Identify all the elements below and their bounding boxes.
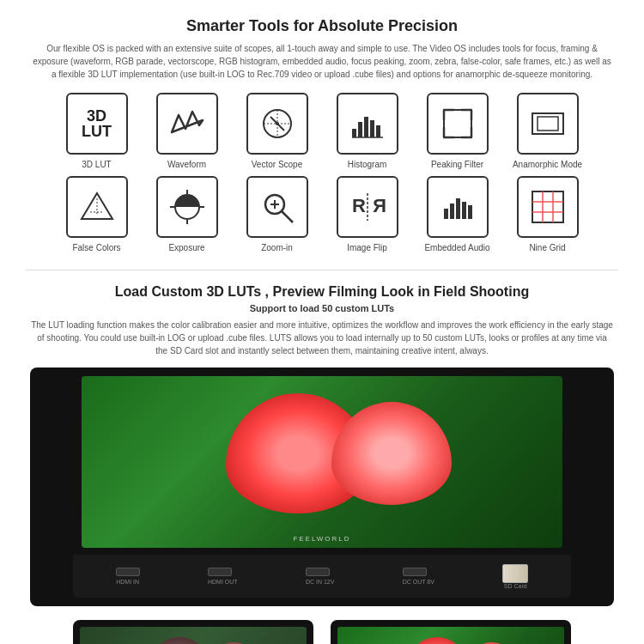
icon-box-falsecolors xyxy=(66,176,128,238)
peaking-icon xyxy=(439,105,477,143)
brand-watermark: FEELWORLD xyxy=(293,535,350,543)
svg-rect-9 xyxy=(370,120,374,137)
vectorscope-icon xyxy=(258,105,296,143)
icon-item-zoomin: Zoom-in xyxy=(236,176,318,252)
icon-label-histogram: Histogram xyxy=(348,160,387,169)
icons-row2: False Colors Exposure xyxy=(26,176,618,252)
exposure-icon xyxy=(168,188,206,226)
dc-in-port xyxy=(306,568,330,576)
icon-label-3dlut: 3D LUT xyxy=(82,160,111,169)
svg-rect-8 xyxy=(364,117,368,137)
hdmi-in-port xyxy=(116,568,140,576)
icon-item-exposure: Exposure xyxy=(146,176,228,252)
waveform-icon xyxy=(168,105,206,143)
svg-rect-12 xyxy=(444,110,471,137)
embeddedaudio-icon xyxy=(439,188,477,226)
imageflip-icon: R R xyxy=(349,188,386,226)
icon-item-vectorscope: Vector Scope xyxy=(236,93,318,169)
histogram-icon xyxy=(349,105,386,143)
icon-item-anamorphic: Anamorphic Mode xyxy=(507,93,588,169)
falsecolors-icon xyxy=(78,188,116,226)
section2-subtitle: Support to load 50 custom LUTs xyxy=(26,303,618,313)
icon-box-3dlut: 3DLUT xyxy=(66,93,128,155)
page-wrapper: Smarter Tools for Absolute Precision Our… xyxy=(0,0,644,644)
icons-row1: 3DLUT 3D LUT Waveform xyxy=(26,93,618,169)
icon-item-peaking: Peaking Filter xyxy=(416,93,498,169)
icon-item-histogram: Histogram xyxy=(326,93,408,169)
icon-box-anamorphic xyxy=(517,93,579,155)
dc-out-port xyxy=(403,568,427,576)
svg-rect-44 xyxy=(468,205,472,219)
section2-description: The LUT loading function makes the color… xyxy=(30,319,614,357)
comparison-monitor-before: FEELWORLD xyxy=(73,620,313,644)
icon-box-waveform xyxy=(156,93,218,155)
comparison-screen-after: FEELWORLD xyxy=(337,627,564,644)
icon-box-zoomin xyxy=(246,176,308,238)
comparison-monitor-after: FEELWORLD xyxy=(331,620,571,644)
icon-label-embeddedaudio: Embedded Audio xyxy=(424,243,489,252)
section2-title: Load Custom 3D LUTs , Preview Filming Lo… xyxy=(26,284,618,300)
comparison-after: FEELWORLD After Loading xyxy=(331,620,571,644)
icon-item-imageflip: R R Image Flip xyxy=(326,176,408,252)
hdmi-out-port xyxy=(208,568,232,576)
comparison-screen-before: FEELWORLD xyxy=(80,627,307,644)
icon-item-falsecolors: False Colors xyxy=(56,176,137,252)
icon-label-waveform: Waveform xyxy=(167,160,206,169)
icon-item-waveform: Waveform xyxy=(146,93,228,169)
monitor-screen: FEELWORLD xyxy=(82,376,562,548)
icon-box-ninegrid xyxy=(517,176,579,238)
svg-rect-41 xyxy=(450,204,454,219)
svg-text:R: R xyxy=(373,195,386,216)
svg-rect-6 xyxy=(352,129,356,137)
sd-card xyxy=(502,564,528,583)
icon-box-histogram xyxy=(337,93,398,155)
svg-rect-45 xyxy=(532,191,563,222)
icon-box-vectorscope xyxy=(246,93,308,155)
monitor-container: FEELWORLD HDMI IN HDMI OUT DC IN 12V DC xyxy=(30,368,614,606)
icon-label-ninegrid: Nine Grid xyxy=(529,243,565,252)
svg-rect-42 xyxy=(456,198,460,219)
svg-marker-0 xyxy=(172,112,203,132)
comparison-before: FEELWORLD Before Loading xyxy=(73,620,313,644)
svg-text:R: R xyxy=(352,195,366,216)
icon-item-embeddedaudio: Embedded Audio xyxy=(416,176,498,252)
icon-label-vectorscope: Vector Scope xyxy=(252,160,302,169)
anamorphic-icon xyxy=(529,105,567,143)
section-tools: Smarter Tools for Absolute Precision Our… xyxy=(26,17,618,252)
icon-box-embeddedaudio xyxy=(427,176,489,238)
section1-title: Smarter Tools for Absolute Precision xyxy=(26,17,618,35)
section1-description: Our flexible OS is packed with an extens… xyxy=(30,42,614,81)
icon-label-zoomin: Zoom-in xyxy=(261,243,293,252)
icon-label-exposure: Exposure xyxy=(168,243,204,252)
icon-label-anamorphic: Anamorphic Mode xyxy=(513,160,582,169)
icon-box-exposure xyxy=(156,176,218,238)
icon-label-falsecolors: False Colors xyxy=(72,243,120,252)
icon-label-imageflip: Image Flip xyxy=(347,243,387,252)
svg-rect-43 xyxy=(462,202,466,219)
svg-rect-40 xyxy=(444,209,448,219)
port-group-dc: DC IN 12V xyxy=(306,568,334,585)
section-lut: Load Custom 3D LUTs , Preview Filming Lo… xyxy=(26,270,618,644)
svg-rect-7 xyxy=(358,122,362,137)
port-group-dcout: DC OUT 8V xyxy=(403,568,434,585)
port-group-mid: HDMI OUT xyxy=(208,568,238,585)
zoomin-icon xyxy=(258,188,296,226)
svg-rect-24 xyxy=(538,117,558,131)
ninegrid-icon xyxy=(529,188,567,226)
icon-item-3dlut: 3DLUT 3D LUT xyxy=(56,93,137,169)
icon-box-imageflip: R R xyxy=(337,176,398,238)
icon-item-ninegrid: Nine Grid xyxy=(507,176,588,252)
monitor-body: HDMI IN HDMI OUT DC IN 12V DC OUT 8V SD … xyxy=(73,555,571,598)
icon-box-peaking xyxy=(427,93,489,155)
port-group-left: HDMI IN xyxy=(116,568,140,585)
sd-card-area: SD Card xyxy=(502,564,528,589)
svg-rect-10 xyxy=(376,125,380,137)
svg-line-34 xyxy=(282,211,293,222)
icon-label-peaking: Peaking Filter xyxy=(431,160,483,169)
comparison-row: FEELWORLD Before Loading FEELWORLD After… xyxy=(26,620,618,644)
